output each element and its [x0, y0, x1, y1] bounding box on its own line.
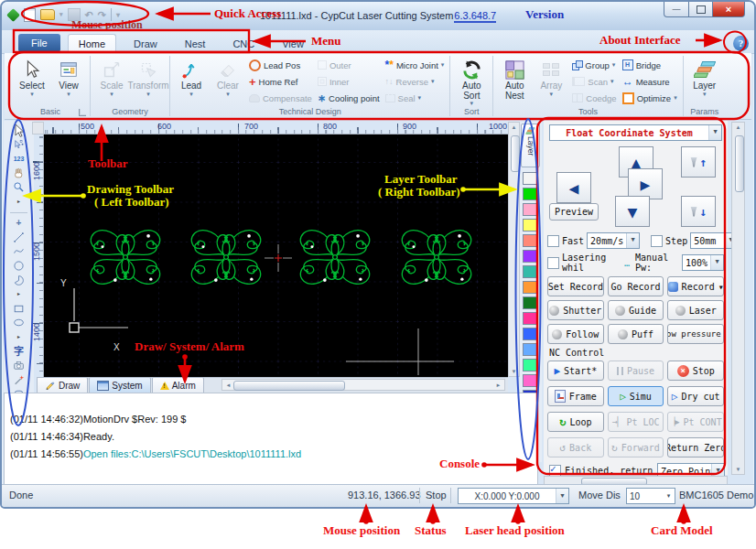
wand-tool-icon[interactable] — [11, 374, 27, 386]
tab-cnc[interactable]: CNC — [222, 35, 265, 53]
redo-icon[interactable]: ↷ — [98, 9, 106, 21]
dropdown-icon[interactable]: ▾ — [674, 94, 677, 102]
panel-button-start[interactable]: ▶Start* — [547, 361, 604, 381]
move-distance-combo[interactable]: 10▾ — [626, 488, 675, 504]
new-file-icon[interactable] — [24, 8, 36, 22]
ribbon-button-outer[interactable]: Outer — [315, 57, 383, 73]
capture-tool-icon[interactable] — [11, 360, 27, 371]
ribbon-button-auto-sort[interactable]: Auto Sort▾ — [453, 56, 490, 106]
step-checkbox[interactable] — [651, 235, 663, 247]
dropdown-icon[interactable]: ▾ — [226, 92, 230, 97]
panel-button-guide[interactable]: Guide — [608, 300, 664, 320]
open-file-icon[interactable] — [40, 9, 55, 20]
ribbon-button-lead[interactable]: Lead▾ — [173, 56, 210, 97]
fast-checkbox[interactable] — [547, 235, 559, 247]
panel-button-simu[interactable]: ▷Simu — [608, 386, 664, 406]
nozzle-up-button[interactable]: ↑ — [681, 146, 716, 178]
panel-button-pt-loc[interactable]: →▏Pt LOC — [608, 412, 664, 432]
ribbon-button-micro-joint[interactable]: **Micro Joint▾ — [383, 57, 448, 73]
ribbon-button-select[interactable]: Select▾ — [14, 56, 50, 97]
panel-button-low-pressure[interactable]: Low pressure▾ — [667, 324, 724, 344]
tab-file[interactable]: File — [18, 34, 60, 52]
shape-flyout-2-icon[interactable]: ► — [11, 331, 27, 343]
ribbon-button-home-ref[interactable]: +Home Ref — [246, 73, 315, 90]
ellipse-tool-icon[interactable] — [11, 317, 27, 328]
tab-system[interactable]: System — [89, 377, 150, 393]
save-icon[interactable] — [68, 8, 81, 21]
point-tool-icon[interactable]: + — [11, 217, 27, 229]
pan-tool-icon[interactable] — [11, 167, 27, 179]
ribbon-button-compensate[interactable]: Compensate — [246, 90, 315, 106]
panel-vertical-scrollbar[interactable]: ▲ ▼ — [731, 122, 745, 475]
canvas-vertical-scrollbar[interactable]: ▲ ▼ — [508, 122, 520, 377]
layer-color-12[interactable] — [523, 343, 538, 356]
layer-color-7[interactable] — [523, 265, 538, 278]
panel-button-pause[interactable]: Pause — [608, 361, 664, 381]
text-tool-icon[interactable]: 字 — [11, 346, 27, 358]
panel-button-puff[interactable]: Puff — [608, 324, 664, 344]
ribbon-button-seal[interactable]: Seal▾ — [383, 90, 448, 106]
panel-button-record[interactable]: Record▾ — [667, 276, 724, 296]
tab-nest[interactable]: Nest — [175, 35, 216, 53]
panel-button-stop[interactable]: ×Stop — [667, 361, 724, 381]
ribbon-button-auto-nest[interactable]: Auto Nest — [496, 56, 533, 101]
open-dropdown-icon[interactable]: ▾ — [59, 11, 63, 18]
panel-button-follow[interactable]: Follow — [547, 324, 604, 344]
panel-button-go-record[interactable]: Go Record — [608, 276, 664, 296]
minimize-button[interactable]: — — [664, 2, 689, 17]
close-button[interactable]: × — [712, 2, 745, 17]
customize-toolbar-icon[interactable]: ▾ — [116, 11, 120, 19]
dialog-launcher-icon[interactable] — [79, 109, 86, 116]
layer-color-3[interactable] — [523, 203, 538, 216]
layer-color-4[interactable] — [523, 219, 538, 231]
dropdown-icon[interactable]: ▾ — [146, 92, 150, 97]
dropdown-icon[interactable]: ▾ — [110, 92, 113, 97]
jog-right-button[interactable]: ▶ — [628, 168, 663, 199]
tab-draw[interactable]: Draw — [37, 377, 88, 393]
layer-color-11[interactable] — [523, 328, 538, 340]
panel-button-forward[interactable]: ↻Forward — [608, 437, 664, 458]
ribbon-button-view[interactable]: View▾ — [50, 56, 87, 97]
dropdown-icon[interactable]: ▾ — [550, 92, 554, 97]
ribbon-button-transform[interactable]: Transform▾ — [130, 56, 167, 97]
ribbon-button-layer[interactable]: Layer▾ — [686, 56, 723, 97]
panel-button-set-record[interactable]: Set Record — [547, 276, 604, 296]
layer-color-10[interactable] — [523, 312, 538, 325]
dropdown-icon[interactable]: ▾ — [470, 101, 474, 106]
ribbon-button-group[interactable]: Group▾ — [569, 57, 619, 73]
arc-tool-icon[interactable] — [11, 274, 27, 286]
ribbon-button-scan[interactable]: Scan▾ — [569, 73, 619, 90]
tab-alarm[interactable]: Alarm — [152, 377, 204, 393]
ribbon-button-array[interactable]: Array▾ — [533, 56, 569, 97]
fast-speed-combo[interactable]: 20mm/s▼ — [587, 232, 640, 249]
dropdown-icon[interactable]: ▾ — [67, 92, 70, 97]
manual-power-combo[interactable]: 100%▼ — [682, 254, 724, 271]
zoom-tool-icon[interactable] — [11, 181, 27, 193]
ribbon-button-scale[interactable]: Scale▾ — [93, 56, 130, 97]
dropdown-icon[interactable]: ▾ — [610, 78, 614, 85]
drawing-canvas[interactable]: Y X — [44, 135, 508, 377]
coordinate-system-combo[interactable]: Float Coordinate System▼ — [549, 124, 722, 141]
layer-color-2[interactable] — [523, 188, 538, 200]
panel-button-shutter[interactable]: Shutter — [547, 300, 604, 320]
tab-view[interactable]: View — [272, 35, 314, 53]
panel-button-back[interactable]: ↺Back — [547, 437, 604, 458]
jog-left-button[interactable]: ◀ — [556, 172, 591, 203]
help-button[interactable]: ? — [733, 36, 749, 51]
line-tool-icon[interactable] — [11, 231, 27, 243]
dropdown-icon[interactable]: ▾ — [189, 92, 193, 97]
ribbon-button-optimize[interactable]: Optimize▾ — [620, 90, 680, 106]
ribbon-button-measure[interactable]: ↔Measure — [620, 73, 680, 90]
tab-home[interactable]: Home — [68, 34, 116, 53]
layer-color-8[interactable] — [523, 281, 538, 294]
preview-button[interactable]: Preview — [549, 203, 599, 221]
maximize-button[interactable] — [689, 2, 712, 17]
circle-tool-icon[interactable] — [11, 260, 27, 272]
select-tool-icon[interactable] — [11, 124, 27, 136]
dropdown-icon[interactable]: ▾ — [30, 92, 34, 97]
undo-icon[interactable]: ↶ — [85, 9, 93, 21]
layer-color-9[interactable] — [523, 296, 538, 309]
dropdown-icon[interactable]: ▾ — [431, 78, 435, 85]
dropdown-icon[interactable]: ▾ — [612, 61, 616, 69]
layer-tab[interactable]: Layer — [521, 124, 540, 167]
